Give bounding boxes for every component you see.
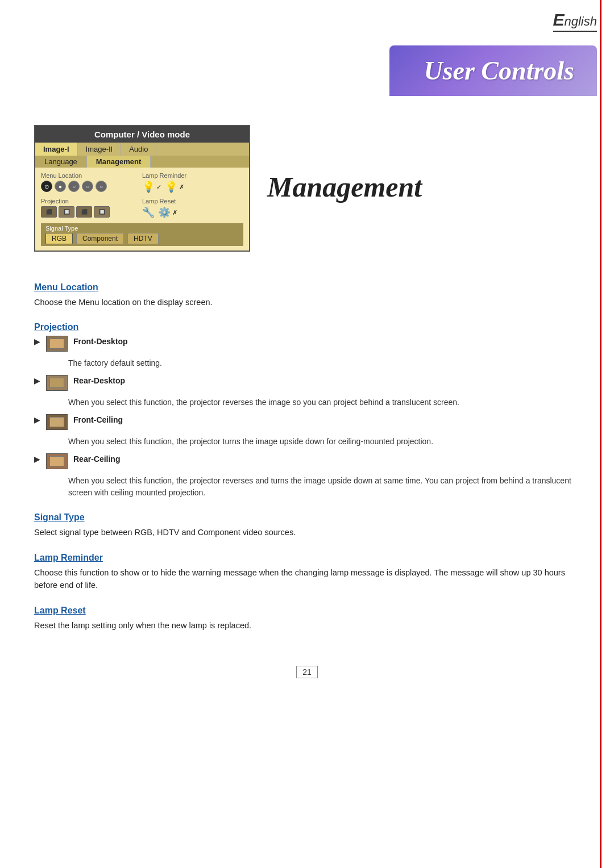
lamp-reset-icons: 🔧 ⚙️✗ bbox=[142, 206, 243, 219]
proj-thumb-rear-ceiling bbox=[46, 453, 68, 469]
english-e: E bbox=[553, 10, 565, 29]
cv-tabs: Image-I Image-II Audio bbox=[35, 143, 249, 156]
proj-label-rear-desktop: Rear-Desktop bbox=[73, 376, 125, 385]
menu-location-section: Menu Location ⊙ ● ○ ○ ○ bbox=[41, 172, 142, 193]
lamp-reminder-icons: 💡✓ 💡✗ bbox=[142, 181, 243, 193]
proj-item-front-ceiling: ▶ Front-Ceiling bbox=[34, 414, 580, 430]
pos-icon-4[interactable]: ○ bbox=[82, 181, 93, 192]
proj-label-front-desktop: Front-Desktop bbox=[73, 337, 128, 346]
proj-arrow-4: ▶ bbox=[34, 454, 40, 464]
proj-desc-rear-ceiling: When you select this function, the proje… bbox=[68, 475, 580, 499]
proj-item-rear-ceiling: ▶ Rear-Ceiling bbox=[34, 453, 580, 469]
lamp-reminder-label: Lamp Reminder bbox=[142, 172, 243, 179]
english-rest: nglish bbox=[565, 14, 597, 28]
signal-type-label: Signal Type bbox=[45, 225, 239, 232]
proj-label-front-ceiling: Front-Ceiling bbox=[73, 415, 123, 424]
proj-desc-front-ceiling: When you select this function, the proje… bbox=[68, 436, 580, 448]
proj-item-rear-desktop: ▶ Rear-Desktop bbox=[34, 375, 580, 391]
lamp-reset-section: Lamp Reset 🔧 ⚙️✗ bbox=[142, 198, 243, 219]
signal-type-body: Select signal type between RGB, HDTV and… bbox=[34, 526, 580, 539]
subtab-management[interactable]: Management bbox=[87, 156, 151, 168]
main-content: Computer / Video mode Image-I Image-II A… bbox=[34, 125, 580, 678]
lamp-on-icon: 💡✓ bbox=[142, 181, 161, 193]
cv-row-1: Menu Location ⊙ ● ○ ○ ○ Lamp Reminder bbox=[41, 172, 243, 193]
tab-image-ii[interactable]: Image-II bbox=[78, 143, 122, 156]
projection-label: Projection bbox=[41, 198, 142, 205]
signal-type-buttons: RGB Component HDTV bbox=[45, 233, 239, 244]
cv-panel-body: Menu Location ⊙ ● ○ ○ ○ Lamp Reminder bbox=[35, 168, 249, 251]
proj-icon-2[interactable]: 🔲 bbox=[59, 206, 74, 218]
lamp-reset-body: Reset the lamp setting only when the new… bbox=[34, 619, 580, 632]
signal-type-row: Signal Type RGB Component HDTV bbox=[41, 223, 243, 246]
cv-subtabs: Language Management bbox=[35, 156, 249, 168]
content-area: Menu Location Choose the Menu location o… bbox=[34, 282, 580, 632]
proj-icon-3[interactable]: ⬛ bbox=[76, 206, 92, 218]
lamp-reset-off-icon: ⚙️✗ bbox=[158, 206, 177, 219]
cv-mode-panel: Computer / Video mode Image-I Image-II A… bbox=[34, 125, 250, 252]
lamp-reset-label: Lamp Reset bbox=[142, 198, 243, 205]
proj-thumb-front-desktop bbox=[46, 336, 68, 352]
page-number: 21 bbox=[296, 666, 318, 678]
cv-panel-header: Computer / Video mode bbox=[35, 126, 249, 143]
signal-btn-component[interactable]: Component bbox=[76, 233, 124, 244]
proj-desc-front-desktop: The factory default setting. bbox=[68, 357, 580, 369]
menu-location-body: Choose the Menu location on the display … bbox=[34, 296, 580, 308]
section-lamp-reminder: Lamp Reminder Choose this function to sh… bbox=[34, 553, 580, 592]
right-border-line bbox=[600, 0, 601, 868]
lamp-reminder-body: Choose this function to show or to hide … bbox=[34, 566, 580, 592]
proj-thumb-rear-desktop bbox=[46, 375, 68, 391]
proj-thumb-front-ceiling bbox=[46, 414, 68, 430]
proj-arrow-3: ▶ bbox=[34, 415, 40, 424]
menu-location-label: Menu Location bbox=[41, 172, 142, 179]
lamp-reset-heading: Lamp Reset bbox=[34, 606, 580, 616]
user-controls-banner: User Controls bbox=[389, 45, 597, 96]
proj-arrow-1: ▶ bbox=[34, 337, 40, 346]
lamp-off-icon: 💡✗ bbox=[165, 181, 184, 193]
proj-label-rear-ceiling: Rear-Ceiling bbox=[73, 454, 120, 464]
signal-type-heading: Signal Type bbox=[34, 512, 580, 523]
proj-desc-rear-desktop: When you select this function, the proje… bbox=[68, 397, 580, 408]
section-menu-location: Menu Location Choose the Menu location o… bbox=[34, 282, 580, 308]
pos-icon-5[interactable]: ○ bbox=[96, 181, 107, 192]
subtab-language[interactable]: Language bbox=[35, 156, 87, 168]
projection-icons: ⬛ 🔲 ⬛ 🔲 bbox=[41, 206, 142, 218]
lamp-reminder-heading: Lamp Reminder bbox=[34, 553, 580, 563]
proj-icon-1[interactable]: ⬛ bbox=[41, 206, 57, 218]
pos-icon-1[interactable]: ⊙ bbox=[41, 181, 52, 192]
projection-section: Projection ⬛ 🔲 ⬛ 🔲 bbox=[41, 198, 142, 219]
menu-location-heading: Menu Location bbox=[34, 282, 580, 293]
management-title-container: Management bbox=[267, 125, 422, 203]
page-number-container: 21 bbox=[34, 666, 580, 678]
lamp-reminder-section: Lamp Reminder 💡✓ 💡✗ bbox=[142, 172, 243, 193]
pos-icon-2[interactable]: ● bbox=[55, 181, 66, 192]
section-lamp-reset: Lamp Reset Reset the lamp setting only w… bbox=[34, 606, 580, 632]
banner-title: User Controls bbox=[424, 56, 574, 86]
signal-btn-rgb[interactable]: RGB bbox=[45, 233, 73, 244]
proj-item-front-desktop: ▶ Front-Desktop bbox=[34, 336, 580, 352]
management-title: Management bbox=[267, 170, 422, 203]
pos-icon-3[interactable]: ○ bbox=[68, 181, 80, 192]
projection-heading: Projection bbox=[34, 322, 580, 332]
section-signal-type: Signal Type Select signal type between R… bbox=[34, 512, 580, 539]
proj-arrow-2: ▶ bbox=[34, 376, 40, 385]
menu-location-icons: ⊙ ● ○ ○ ○ bbox=[41, 181, 142, 192]
section-projection: Projection ▶ Front-Desktop The factory d… bbox=[34, 322, 580, 499]
tab-image-i[interactable]: Image-I bbox=[35, 143, 78, 156]
cv-row-2: Projection ⬛ 🔲 ⬛ 🔲 Lamp Reset 🔧 bbox=[41, 198, 243, 219]
proj-icon-4[interactable]: 🔲 bbox=[94, 206, 110, 218]
language-label: English bbox=[553, 10, 598, 32]
tab-audio[interactable]: Audio bbox=[121, 143, 156, 156]
lamp-reset-on-icon: 🔧 bbox=[142, 206, 155, 219]
signal-btn-hdtv[interactable]: HDTV bbox=[127, 233, 159, 244]
